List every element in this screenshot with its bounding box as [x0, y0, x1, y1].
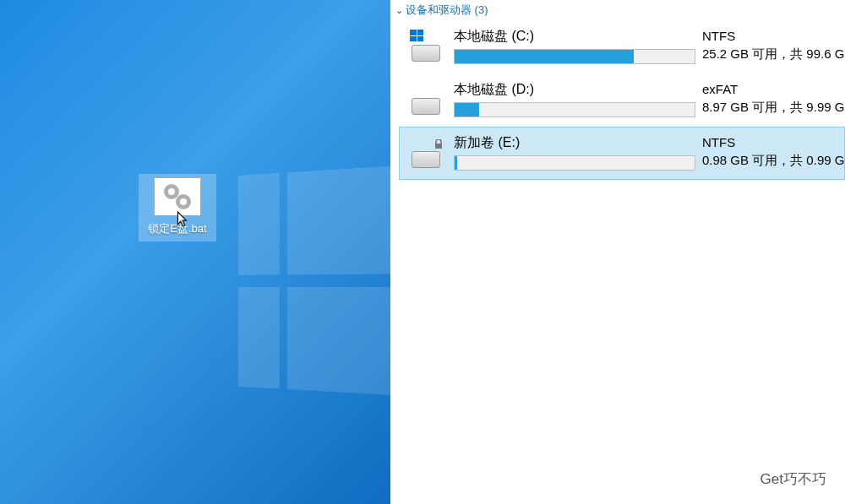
lock-icon — [433, 138, 444, 148]
drive-item[interactable]: 本地磁盘 (C:)NTFS25.2 GB 可用，共 99.6 G — [399, 20, 845, 73]
drive-name: 新加卷 (E:) — [454, 134, 699, 152]
section-title: 设备和驱动器 (3) — [406, 3, 488, 18]
drive-filesystem: NTFS — [702, 29, 844, 43]
drive-space: 8.97 GB 可用，共 9.99 G — [702, 100, 844, 116]
drive-item[interactable]: 新加卷 (E:)NTFS0.98 GB 可用，共 0.99 G — [399, 127, 845, 180]
chevron-down-icon: ⌄ — [394, 5, 404, 16]
devices-section-header[interactable]: ⌄ 设备和驱动器 (3) — [390, 0, 845, 20]
capacity-bar — [454, 102, 695, 117]
drive-space: 0.98 GB 可用，共 0.99 G — [702, 153, 844, 169]
explorer-panel: ⌄ 设备和驱动器 (3) 本地磁盘 (C:)NTFS25.2 GB 可用，共 9… — [390, 0, 845, 504]
drive-name: 本地磁盘 (C:) — [454, 28, 699, 46]
gears-icon — [164, 184, 191, 209]
watermark-text: Get巧不巧 — [760, 469, 826, 489]
drive-space: 25.2 GB 可用，共 99.6 G — [702, 46, 844, 62]
drives-list: 本地磁盘 (C:)NTFS25.2 GB 可用，共 99.6 G本地磁盘 (D:… — [390, 20, 845, 180]
svg-rect-0 — [435, 144, 442, 149]
drive-item[interactable]: 本地磁盘 (D:)exFAT8.97 GB 可用，共 9.99 G — [399, 73, 845, 127]
capacity-bar — [454, 49, 695, 64]
desktop-area[interactable]: 锁定E盘.bat — [0, 0, 390, 504]
drive-icon — [410, 28, 442, 62]
windows-logo-icon — [410, 30, 423, 41]
drive-icon — [410, 134, 442, 168]
drive-filesystem: exFAT — [702, 82, 844, 96]
drive-icon — [410, 81, 442, 115]
bat-file-icon — [154, 177, 201, 216]
windows-wallpaper-logo — [238, 161, 390, 413]
desktop-file-bat[interactable]: 锁定E盘.bat — [139, 174, 216, 241]
drive-filesystem: NTFS — [702, 135, 844, 149]
capacity-bar — [454, 155, 695, 171]
drive-name: 本地磁盘 (D:) — [454, 81, 699, 99]
cursor-icon — [177, 211, 188, 228]
